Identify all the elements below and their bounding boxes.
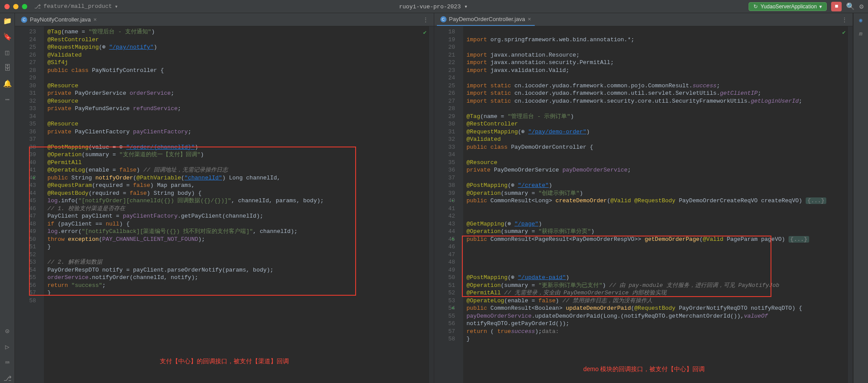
code-line[interactable]: private PayRefundService refundService;	[44, 105, 429, 113]
code-line[interactable]	[463, 151, 848, 159]
code-line[interactable]: @PostMapping(⊕ "/create")	[463, 182, 848, 190]
code-line[interactable]	[463, 205, 848, 213]
code-line[interactable]: private PayOrderService orderService;	[44, 89, 429, 97]
code-line[interactable]	[463, 174, 848, 182]
code-line[interactable]: @RequestParam(required = false) Map para…	[44, 182, 429, 190]
code-line[interactable]: throw exception(PAY_CHANNEL_CLIENT_NOT_F…	[44, 236, 429, 243]
structure-tool-icon[interactable]: ◫	[5, 48, 10, 57]
code-line[interactable]: orderService.notifyOrder(channelId, noti…	[44, 274, 429, 282]
search-icon[interactable]: 🔍	[846, 2, 855, 11]
code-line[interactable]: import static cn.iocoder.yudao.framework…	[463, 89, 848, 97]
code-line[interactable]: // 2. 解析通知数据	[44, 258, 429, 266]
code-line[interactable]: @Operation(summary = "支付渠道的统一【支付】回调")	[44, 151, 429, 159]
code-line[interactable]	[463, 28, 848, 36]
code-line[interactable]: @Slf4j	[44, 59, 429, 67]
code-line[interactable]: private PayDemoOrderService payDemoOrder…	[463, 166, 848, 174]
code-line[interactable]: import static cn.iocoder.yudao.framework…	[463, 82, 848, 90]
run-tool-icon[interactable]: ▷	[5, 343, 10, 351]
left-marker-strip[interactable]	[429, 26, 434, 383]
vcs-branch[interactable]: ⎇ feature/mall_product ▾	[34, 3, 118, 10]
code-line[interactable]: @Validated	[44, 51, 429, 59]
tab-more-icon[interactable]: ⋮	[839, 16, 850, 23]
code-line[interactable]: @RequestMapping(⊕ "/pay/notify")	[44, 43, 429, 51]
code-line[interactable]: import org.springframework.web.bind.anno…	[463, 36, 848, 44]
code-line[interactable]: payDemoOrderService.updateDemoOrderPaid(…	[463, 312, 848, 320]
close-window-icon[interactable]	[4, 4, 10, 9]
code-line[interactable]: }	[44, 289, 429, 297]
code-line[interactable]	[463, 212, 848, 220]
code-line[interactable]	[463, 105, 848, 113]
code-line[interactable]	[44, 251, 429, 259]
code-line[interactable]: import static cn.iocoder.yudao.framework…	[463, 97, 848, 105]
code-line[interactable]: @RestController	[44, 36, 429, 44]
gutter-run-icon[interactable]: ▸	[451, 197, 454, 205]
code-line[interactable]: @Operation(summary = "更新示例订单为已支付") // 由 …	[463, 282, 848, 290]
code-line[interactable]	[463, 258, 848, 266]
notifications-icon[interactable]: 🔔	[3, 79, 12, 88]
code-line[interactable]	[463, 74, 848, 82]
tab-more-icon[interactable]: ⋮	[420, 16, 431, 23]
code-line[interactable]: // 1. 校验支付渠道是否存在	[44, 205, 429, 213]
code-line[interactable]: public class PayDemoOrderController {	[463, 143, 848, 151]
minimize-window-icon[interactable]	[13, 4, 18, 9]
code-line[interactable]: public CommonResult<Boolean> updateDemoO…	[463, 304, 848, 312]
code-line[interactable]	[463, 243, 848, 251]
bookmarks-tool-icon[interactable]: 🔖	[3, 32, 12, 41]
code-line[interactable]: @PostMapping(value = ⊕ "/order/{channelI…	[44, 143, 429, 151]
code-line[interactable]: private PayClientFactory payClientFactor…	[44, 128, 429, 136]
code-line[interactable]: PayClient payClient = payClientFactory.g…	[44, 212, 429, 220]
code-line[interactable]: @RequestMapping(⊕ "/pay/demo-order")	[463, 128, 848, 136]
code-line[interactable]	[44, 297, 429, 305]
code-line[interactable]: @RestController	[463, 120, 848, 128]
project-name[interactable]: ruoyi-vue-pro-2023 ▾	[118, 3, 749, 10]
code-line[interactable]: import javax.annotation.Resource;	[463, 51, 848, 59]
terminal-tool-icon[interactable]: ⌨	[5, 358, 10, 367]
code-line[interactable]: public CommonResult<Long> createDemoOrde…	[463, 197, 848, 205]
code-line[interactable]: @Resource	[44, 97, 429, 105]
code-line[interactable]: }	[44, 243, 429, 251]
build-tool-icon[interactable]: ⊙	[5, 327, 10, 336]
code-line[interactable]: public CommonResult<PageResult<PayDemoOr…	[463, 236, 848, 243]
vcs-tool-icon[interactable]: ⎇	[4, 374, 11, 383]
code-line[interactable]: @GetMapping(⊕ "/page")	[463, 220, 848, 228]
code-line[interactable]	[44, 113, 429, 121]
run-configuration-button[interactable]: YudaoServerApplication ▾	[749, 2, 827, 11]
left-code-body[interactable]: @Tag(name = "管理后台 - 支付通知") @RestControll…	[44, 26, 429, 383]
tab-pay-notify-controller[interactable]: C PayNotifyController.java ×	[18, 13, 100, 26]
code-line[interactable]: public String notifyOrder(@PathVariable(…	[44, 174, 429, 182]
gutter-run-icon[interactable]: ⊕	[451, 236, 454, 243]
close-icon[interactable]: ×	[94, 16, 97, 23]
code-line[interactable]: return ( truesuccess);data:	[463, 328, 848, 336]
left-code-area[interactable]: ✔ 23242526272829303132333435363738394041…	[15, 26, 434, 383]
code-line[interactable]: return "success";	[44, 282, 429, 290]
close-icon[interactable]: ×	[528, 16, 531, 22]
maven-tool-icon[interactable]: m	[859, 31, 863, 37]
project-tool-icon[interactable]: 📁	[3, 17, 12, 25]
code-line[interactable]: @Operation(summary = "创建示例订单")	[463, 190, 848, 197]
code-line[interactable]: log.error("[notifyCallback][渠道编号({}) 找不到…	[44, 228, 429, 236]
database-tool-icon[interactable]: 🗄	[4, 64, 11, 72]
code-line[interactable]: @Resource	[44, 82, 429, 90]
code-line[interactable]: log.info("[notifyOrder][channelId({}) 回调…	[44, 197, 429, 205]
gutter-run-icon[interactable]: ⊕	[451, 304, 454, 312]
right-marker-strip[interactable]	[847, 26, 853, 383]
tab-pay-demo-order-controller[interactable]: C PayDemoOrderController.java ×	[437, 13, 535, 26]
code-line[interactable]: @PermitAll // 无需登录，安全由 PayDemoOrderServi…	[463, 289, 848, 297]
code-line[interactable]	[463, 266, 848, 274]
code-line[interactable]: @Tag(name = "管理后台 - 支付通知")	[44, 28, 429, 36]
code-line[interactable]: @Resource	[44, 120, 429, 128]
code-line[interactable]: @Resource	[463, 159, 848, 167]
code-line[interactable]: @Tag(name = "管理后台 - 示例订单")	[463, 113, 848, 121]
code-line[interactable]: PayOrderRespDTO notify = payClient.parse…	[44, 266, 429, 274]
code-line[interactable]: import javax.annotation.security.PermitA…	[463, 59, 848, 67]
code-line[interactable]: import javax.validation.Valid;	[463, 67, 848, 75]
right-code-body[interactable]: import org.springframework.web.bind.anno…	[463, 26, 848, 383]
code-line[interactable]: notifyReqDTO.getPayOrderId());	[463, 320, 848, 328]
more-tool-icon[interactable]: ⋯	[5, 95, 10, 104]
code-line[interactable]: public class PayNotifyController {	[44, 67, 429, 75]
code-line[interactable]	[463, 43, 848, 51]
gutter-run-icon[interactable]: ⊕	[32, 174, 35, 182]
code-line[interactable]: @Operation(summary = "获得示例订单分页")	[463, 228, 848, 236]
zoom-window-icon[interactable]	[22, 4, 27, 9]
code-line[interactable]: @OperateLog(enable = false) // 禁用操作日志，因为…	[463, 297, 848, 305]
